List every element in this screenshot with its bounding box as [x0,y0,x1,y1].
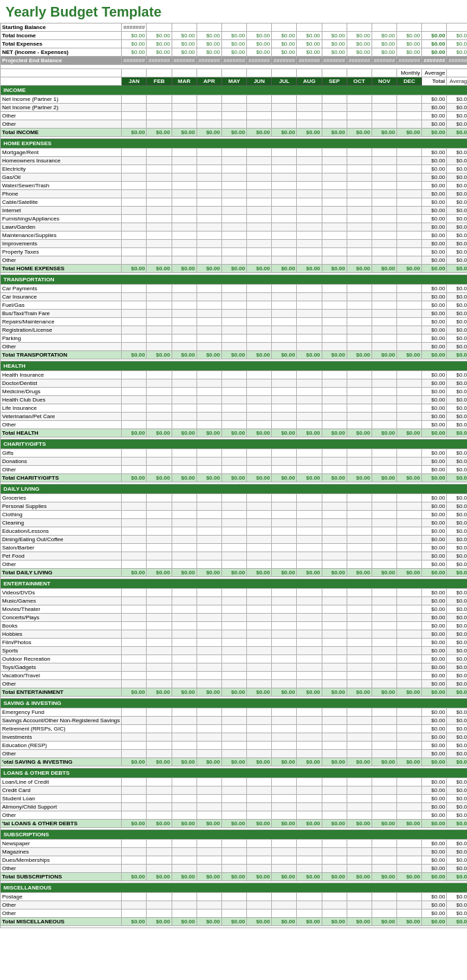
title: Yearly Budget Template [0,0,467,23]
